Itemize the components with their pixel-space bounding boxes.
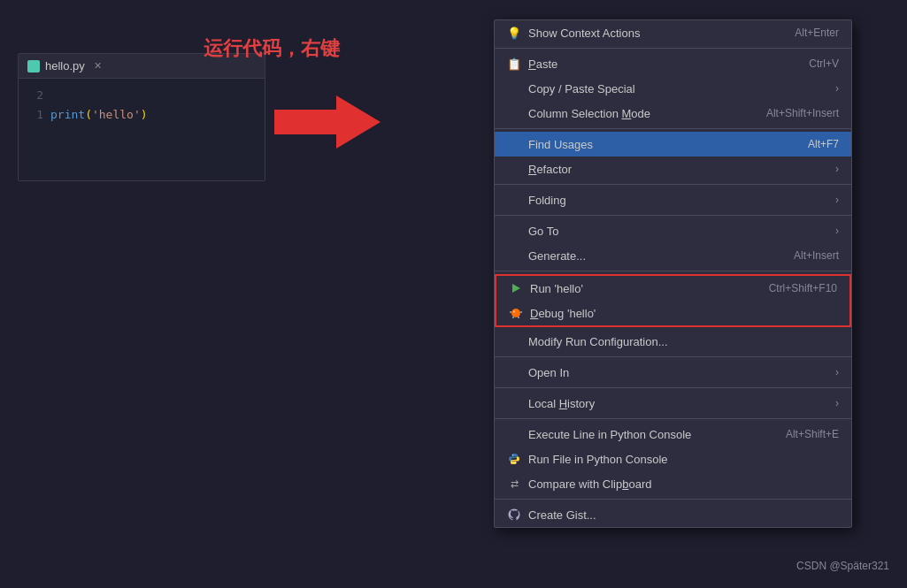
menu-label-modify-run-config: Modify Run Configuration... [528,335,668,348]
separator-6 [495,356,851,357]
python-icon [507,452,521,466]
menu-shortcut-execute-line: Alt+Shift+E [786,428,839,440]
menu-item-run-file-python[interactable]: Run File in Python Console [495,447,851,471]
menu-item-execute-line[interactable]: Execute Line in Python Console Alt+Shift… [495,422,851,447]
empty-icon [507,224,521,238]
menu-item-left: Run 'hello' [509,281,583,295]
menu-item-compare-clipboard[interactable]: ⇄ Compare with Clipboard [495,471,851,496]
arrow-body [274,110,336,134]
context-menu: 💡 Show Context Actions Alt+Enter 📋 Paste… [494,19,852,528]
menu-shortcut-generate: Alt+Insert [794,249,839,262]
menu-label-go-to: Go To [528,225,558,238]
separator-8 [495,418,851,419]
menu-item-column-selection[interactable]: Column Selection Mode Alt+Shift+Insert [495,101,851,126]
menu-item-local-history[interactable]: Local History › [495,391,851,416]
menu-item-left: Run File in Python Console [507,452,668,466]
svg-point-6 [512,454,513,455]
menu-item-folding[interactable]: Folding › [495,187,851,212]
menu-item-left: Modify Run Configuration... [507,334,668,348]
empty-icon [507,162,521,176]
menu-shortcut-show-context-actions: Alt+Enter [795,27,839,39]
separator-1 [495,48,851,49]
menu-item-generate[interactable]: Generate... Alt+Insert [495,243,851,268]
menu-item-left: 📋 Paste [507,57,557,71]
menu-shortcut-paste: Ctrl+V [809,57,839,70]
arrow-head [336,95,380,149]
code-line: print('hello') [50,86,148,125]
run-icon [509,281,523,295]
menu-shortcut-run-hello: Ctrl+Shift+F10 [769,282,837,294]
annotation-text: 运行代码，右键 [204,35,340,62]
menu-item-show-context-actions[interactable]: 💡 Show Context Actions Alt+Enter [495,20,851,45]
menu-shortcut-find-usages: Alt+F7 [808,138,839,150]
menu-shortcut-column: Alt+Shift+Insert [766,107,839,119]
menu-item-debug-hello[interactable]: Debug 'hello' [496,301,849,325]
code-keyword: print [50,108,85,121]
menu-item-left: Column Selection Mode [507,106,650,120]
menu-label-create-gist: Create Gist... [528,508,596,522]
separator-9 [495,499,851,500]
submenu-arrow: › [835,82,839,95]
menu-label-show-context-actions: Show Context Actions [528,27,640,40]
submenu-arrow: › [835,366,839,378]
submenu-arrow: › [835,163,839,175]
menu-item-find-usages[interactable]: Find Usages Alt+F7 [495,132,851,157]
menu-label-debug-hello: Debug 'hello' [530,307,596,320]
menu-item-left: Debug 'hello' [509,306,596,320]
separator-2 [495,128,851,129]
code-paren-close: ) [141,108,148,121]
menu-item-copy-paste-special[interactable]: Copy / Paste Special › [495,76,851,101]
menu-label-copy-paste-special: Copy / Paste Special [528,82,635,95]
menu-item-paste[interactable]: 📋 Paste Ctrl+V [495,51,851,76]
separator-3 [495,184,851,185]
menu-item-go-to[interactable]: Go To › [495,218,851,243]
menu-item-refactor[interactable]: Refactor › [495,157,851,181]
watermark: CSDN @Später321 [796,560,889,572]
arrow-indicator [274,95,380,149]
menu-item-left: Go To [507,224,558,238]
separator-7 [495,387,851,388]
empty-icon [507,427,521,441]
menu-item-left: Copy / Paste Special [507,81,635,95]
arrow-shape [274,95,380,149]
menu-label-compare-clipboard: Compare with Clipboard [528,477,651,491]
menu-item-left: 💡 Show Context Actions [507,26,640,40]
tab-close-button[interactable]: ✕ [94,60,102,72]
menu-item-left: ⇄ Compare with Clipboard [507,477,651,491]
submenu-arrow: › [835,397,839,409]
menu-label-run-file-python: Run File in Python Console [528,453,668,466]
run-debug-group: Run 'hello' Ctrl+Shift+F10 Debug 'hell [495,274,851,327]
menu-item-modify-run-config[interactable]: Modify Run Configuration... [495,329,851,354]
menu-label-paste: Paste [528,57,557,71]
menu-item-run-hello[interactable]: Run 'hello' Ctrl+Shift+F10 [496,276,849,301]
menu-label-refactor: Refactor [528,163,572,176]
empty-icon [507,81,521,95]
editor-content: 2 1 print('hello') [19,79,265,132]
file-icon [27,60,40,73]
menu-item-left: Execute Line in Python Console [507,427,691,441]
menu-item-left: Local History [507,396,595,410]
menu-label-open-in: Open In [528,366,569,379]
line-numbers: 2 1 [19,86,50,125]
clipboard-icon: 📋 [507,57,521,71]
menu-label-execute-line: Execute Line in Python Console [528,428,691,441]
tab-filename: hello.py [45,59,85,73]
menu-label-local-history: Local History [528,397,595,410]
empty-icon [507,137,521,151]
svg-point-0 [511,309,520,317]
menu-item-left: Generate... [507,248,586,263]
debug-icon [509,306,523,320]
menu-label-run-hello: Run 'hello' [530,282,583,295]
github-icon [507,508,521,522]
empty-icon [507,248,521,263]
compare-icon: ⇄ [507,477,521,491]
menu-item-left: Folding [507,193,566,207]
menu-item-create-gist[interactable]: Create Gist... [495,502,851,527]
svg-point-7 [515,462,516,463]
code-string: 'hello' [92,108,141,121]
empty-icon [507,334,521,348]
menu-label-generate: Generate... [528,249,586,263]
menu-label-column-selection: Column Selection Mode [528,107,650,120]
menu-item-left: Create Gist... [507,508,596,522]
menu-item-open-in[interactable]: Open In › [495,360,851,385]
